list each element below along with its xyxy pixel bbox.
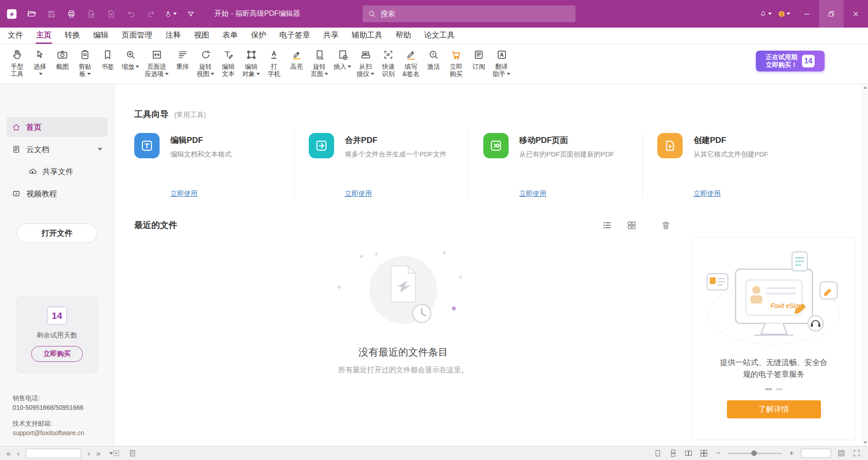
ribbon-tool-insert[interactable]: 插入 (331, 49, 354, 70)
search-input[interactable] (380, 9, 570, 19)
fullscreen-button[interactable] (852, 448, 862, 458)
last-page-button[interactable]: » (96, 450, 100, 457)
main-content: 工具向导 (常用工具) 编辑PDF 编辑文档和文本格式 (114, 84, 868, 446)
facing-continuous-view-button[interactable] (699, 448, 709, 458)
support-email-link[interactable]: support@foxitsoftware.cn (13, 428, 84, 438)
ribbon-tool-select[interactable]: 选择 (29, 49, 51, 77)
ribbon-tool-rotate-pages[interactable]: 旋转页面 (308, 49, 330, 77)
buy-now-button[interactable]: 立即购买 (31, 346, 83, 362)
sidebar-item-video-tutorials[interactable]: 视频教程 (6, 184, 108, 204)
ribbon-tool-fill-sign[interactable]: 填写&签名 (400, 49, 422, 77)
facing-view-button[interactable] (684, 448, 693, 458)
sidebar-item-shared-files[interactable]: 共享文件 (23, 161, 108, 181)
tool-card-move-pdf-pages[interactable]: 移动PDF页面 从已有的PDF页面创建新的PDF 立即使用 (468, 130, 643, 198)
menu-home[interactable]: 主页 (36, 28, 52, 44)
page-number-input[interactable] (26, 449, 81, 458)
use-now-link[interactable]: 立即使用 (345, 190, 372, 198)
menu-comment[interactable]: 注释 (165, 28, 181, 44)
sidebar-item-home[interactable]: 首页 (6, 117, 108, 137)
next-page-button[interactable]: › (87, 450, 90, 457)
trial-buy-now-badge[interactable]: 正在试用期 立即购买！ 14 (756, 51, 825, 71)
menu-edit[interactable]: 编辑 (93, 28, 109, 44)
tools-guide-heading: 工具向导 (134, 109, 169, 119)
prev-page-button[interactable]: ‹ (17, 450, 19, 457)
restore-button[interactable] (819, 0, 844, 28)
ribbon-tool-reflow[interactable]: 重排 (172, 49, 193, 70)
zoom-out-button[interactable]: − (714, 449, 722, 457)
user-avatar[interactable] (778, 8, 790, 20)
single-page-view-button[interactable] (653, 448, 663, 458)
ribbon-tool-buy-now[interactable]: 立即购买 (445, 49, 467, 77)
carousel-dot-2[interactable] (776, 388, 783, 390)
menu-paper-tools[interactable]: 论文工具 (424, 28, 455, 44)
touch-mode-icon[interactable] (165, 8, 177, 20)
open-file-button[interactable]: 打开文件 (17, 223, 97, 243)
ribbon-tool-clipboard[interactable]: 剪贴板 (74, 49, 96, 77)
export-pdf-icon[interactable] (85, 8, 97, 20)
sales-phone-number: 010-50951668/50951666 (13, 403, 84, 413)
zoom-slider[interactable] (728, 453, 782, 454)
ribbon-tool-bookmark[interactable]: 书签 (97, 49, 118, 70)
print-icon[interactable] (65, 8, 77, 20)
menu-view[interactable]: 视图 (193, 28, 210, 44)
global-search-box[interactable] (363, 5, 576, 22)
first-page-button[interactable]: « (6, 450, 10, 457)
create-pdf-icon[interactable] (105, 8, 117, 20)
menu-protect[interactable]: 保护 (250, 28, 267, 44)
menu-accessibility[interactable]: 辅助工具 (351, 28, 383, 44)
tool-card-create-pdf[interactable]: 创建PDF 从其它格式文件创建PDF 立即使用 (642, 130, 817, 198)
zoom-level-input[interactable] (801, 449, 831, 458)
tool-card-edit-pdf[interactable]: 编辑PDF 编辑文档和文本格式 立即使用 (134, 130, 294, 198)
list-view-button[interactable] (601, 219, 613, 232)
fit-page-view-button[interactable] (836, 448, 846, 458)
dropdown-caret-icon (371, 73, 374, 75)
redo-icon[interactable] (145, 8, 157, 20)
use-now-link[interactable]: 立即使用 (170, 190, 198, 198)
zoom-slider-thumb[interactable] (751, 451, 757, 456)
menu-share[interactable]: 共享 (323, 28, 339, 44)
menu-convert[interactable]: 转换 (64, 28, 80, 44)
continuous-view-button[interactable] (668, 448, 678, 458)
ribbon-tool-edit-object[interactable]: 编辑对象 (240, 49, 262, 77)
learn-more-button[interactable]: 了解详情 (727, 400, 821, 418)
ribbon-tool-subscribe[interactable]: 订阅 (468, 49, 490, 70)
grid-view-button[interactable] (625, 219, 638, 232)
sidebar-item-cloud-docs[interactable]: 云文档 (6, 139, 108, 159)
ribbon-tool-typewriter[interactable]: 打字机 (263, 49, 285, 77)
ribbon-tool-zoom[interactable]: 缩放 (119, 49, 142, 70)
ribbon-tool-activate[interactable]: 激活 (423, 49, 444, 70)
ribbon-tool-translate-assistant[interactable]: 翻译助手 (491, 49, 513, 77)
ribbon-tool-rotate-view[interactable]: 旋转视图 (194, 49, 217, 77)
chevron-down-icon[interactable] (98, 148, 102, 151)
ribbon-tool-snapshot[interactable]: 截图 (52, 49, 73, 70)
ribbon-tool-from-scanner[interactable]: 从扫描仪 (354, 49, 377, 77)
select-text-tool-button[interactable] (127, 448, 137, 458)
ribbon-tool-fit-page[interactable]: 页面适应选项 (142, 49, 171, 77)
notifications-bell-icon[interactable] (760, 8, 772, 20)
menu-esign[interactable]: 电子签章 (279, 28, 311, 44)
undo-icon[interactable] (125, 8, 137, 20)
ribbon-tool-highlight[interactable]: 高亮 (286, 49, 307, 70)
tool-card-merge-pdf[interactable]: 合并PDF 将多个文件合并生成一个PDF文件 立即使用 (294, 130, 468, 198)
clear-recent-trash-button[interactable] (660, 219, 672, 232)
menu-form[interactable]: 表单 (222, 28, 238, 44)
zoom-in-button[interactable]: + (788, 449, 796, 457)
use-now-link[interactable]: 立即使用 (519, 190, 547, 198)
carousel-dot-1[interactable] (765, 388, 772, 390)
close-button[interactable] (844, 0, 868, 28)
tool-card-title: 编辑PDF (170, 135, 231, 146)
ribbon-tool-edit-text[interactable]: 编辑文本 (217, 49, 239, 77)
ribbon-tool-quick-ocr[interactable]: 快速识别 (377, 49, 399, 77)
ribbon-tool-hand[interactable]: 手型工具 (6, 49, 28, 77)
use-now-link[interactable]: 立即使用 (693, 190, 721, 198)
sparkle-dot (443, 251, 446, 254)
open-file-icon[interactable] (25, 8, 38, 20)
quick-access-customize-icon[interactable] (184, 8, 197, 20)
minimize-button[interactable] (795, 0, 819, 28)
menu-file[interactable]: 文件 (7, 28, 24, 44)
snapshot-tool-button[interactable] (111, 448, 121, 458)
menu-page-management[interactable]: 页面管理 (121, 28, 153, 44)
save-icon[interactable] (45, 8, 57, 20)
menu-help[interactable]: 帮助 (395, 28, 411, 44)
vertical-scrollbar[interactable] (862, 84, 868, 446)
